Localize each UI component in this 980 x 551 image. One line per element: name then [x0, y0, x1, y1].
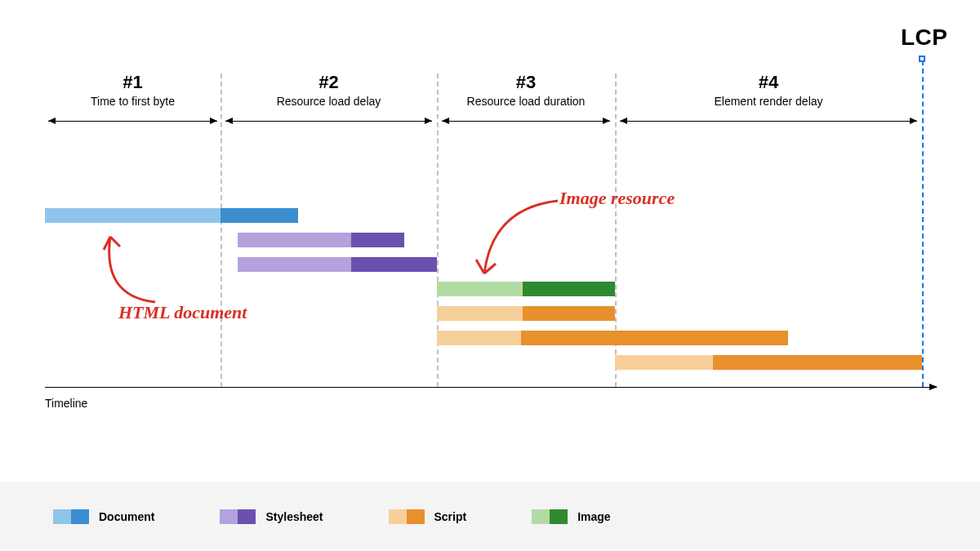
phase-description: Time to first byte: [45, 95, 220, 108]
swatch-icon: [53, 509, 89, 524]
bar-script: [437, 331, 788, 345]
legend-item-document: Document: [53, 509, 154, 524]
bar-stylesheet: [238, 233, 404, 247]
lcp-label: LCP: [901, 24, 948, 51]
legend-label: Stylesheet: [265, 510, 323, 523]
legend-item-image: Image: [532, 509, 610, 524]
bar-script: [615, 355, 922, 370]
arrow-icon: [460, 196, 566, 286]
swatch-icon: [389, 509, 425, 524]
phase-arrow: [442, 121, 610, 122]
legend-item-stylesheet: Stylesheet: [220, 509, 323, 524]
lcp-marker-icon: [919, 56, 925, 62]
timeline-axis: [45, 387, 937, 388]
phase-header-1: #1 Time to first byte: [45, 72, 220, 108]
legend-label: Script: [434, 510, 467, 523]
phase-arrow: [48, 121, 217, 122]
phase-number: #1: [45, 72, 220, 93]
timeline-axis-label: Timeline: [45, 397, 87, 410]
arrow-icon: [86, 227, 184, 309]
bar-document: [45, 208, 298, 223]
legend-label: Image: [577, 510, 610, 523]
swatch-icon: [220, 509, 256, 524]
phase-description: Element render delay: [615, 95, 922, 108]
phase-arrow: [620, 121, 917, 122]
phase-header-4: #4 Element render delay: [615, 72, 922, 108]
phase-header-2: #2 Resource load delay: [220, 72, 437, 108]
phase-description: Resource load delay: [220, 95, 437, 108]
legend-item-script: Script: [389, 509, 467, 524]
legend: Document Stylesheet Script Image: [0, 482, 980, 551]
swatch-icon: [532, 509, 568, 524]
phase-header-3: #3 Resource load duration: [437, 72, 615, 108]
phase-arrow: [225, 121, 432, 122]
phase-number: #2: [220, 72, 437, 93]
lcp-waterfall-diagram: LCP #1 Time to first byte #2 Resource lo…: [45, 24, 943, 408]
phase-number: #4: [615, 72, 922, 93]
bar-script: [437, 306, 615, 321]
legend-label: Document: [99, 510, 154, 523]
lcp-dashed-line: [922, 60, 924, 387]
annotation-image-resource: Image resource: [559, 188, 675, 209]
phase-number: #3: [437, 72, 615, 93]
bar-stylesheet: [238, 257, 437, 272]
phase-description: Resource load duration: [437, 95, 615, 108]
phase-divider: [220, 73, 222, 387]
